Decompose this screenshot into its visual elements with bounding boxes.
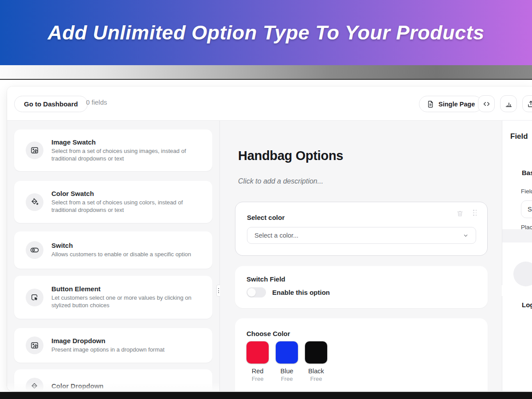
panel-section-divider	[502, 229, 532, 243]
basic-section-header: Basic	[522, 169, 532, 176]
switch-icon	[26, 241, 43, 259]
panel-toggle-circle[interactable]	[513, 262, 532, 286]
image-dropdown-icon	[26, 336, 43, 354]
metal-strip	[0, 65, 532, 79]
promo-banner: Add Unlimited Option Type To Your Produc…	[0, 0, 532, 65]
color-swatch-row: Red Free Blue Free Black Free	[246, 341, 327, 382]
drag-grip-icon[interactable]	[473, 210, 477, 216]
form-canvas: Handbag Options Click to add a descripti…	[220, 121, 502, 391]
settings-panel-title: Field	[510, 132, 528, 141]
logic-section-header: Logic	[522, 301, 532, 309]
screen: Add Unlimited Option Type To Your Produc…	[0, 0, 532, 399]
option-description: Allows customers to enable or disable a …	[51, 251, 201, 258]
red-swatch[interactable]	[246, 341, 269, 364]
fields-count: 0 fields	[86, 98, 107, 106]
option-title: Color Swatch	[51, 190, 201, 197]
field-label-input[interactable]: Select color	[521, 200, 532, 218]
option-title: Image Dropdown	[51, 337, 201, 344]
enable-option-toggle[interactable]	[246, 287, 266, 297]
swatch-name: Blue	[280, 368, 293, 375]
select-placeholder: Select a color...	[254, 232, 463, 239]
swatch-price: Free	[310, 376, 322, 382]
toolbar: Go to Dashboard 0 fields Single Page	[7, 86, 532, 121]
option-description: Select from a set of choices using color…	[51, 199, 201, 214]
single-page-button[interactable]: Single Page	[419, 96, 482, 112]
color-option-black[interactable]: Black Free	[305, 341, 327, 382]
form-description-placeholder[interactable]: Click to add a description...	[238, 177, 323, 185]
field-card-choose-color[interactable]: Choose Color Red Free Blue Free Black	[235, 318, 488, 391]
analytics-button[interactable]	[500, 95, 517, 112]
option-title: Image Swatch	[51, 138, 201, 146]
go-to-dashboard-button[interactable]: Go to Dashboard	[14, 96, 88, 112]
option-description: Let customers select one or more values …	[51, 294, 201, 309]
swatch-price: Free	[252, 376, 264, 382]
sidebar-item-switch[interactable]: Switch Allows customers to enable or dis…	[14, 231, 212, 269]
field-card-switch[interactable]: Switch Field Enable this option	[235, 266, 488, 308]
option-title: Color Dropdown	[51, 382, 201, 390]
image-swatch-icon	[26, 141, 43, 159]
field-label: Choose Color	[246, 330, 290, 337]
field-label-label: Field Label	[521, 188, 532, 195]
single-page-label: Single Page	[438, 101, 475, 108]
page-icon	[426, 100, 434, 108]
color-swatch-icon	[26, 193, 43, 211]
code-button[interactable]	[478, 95, 495, 112]
option-types-sidebar: Image Swatch Select from a set of choice…	[7, 121, 219, 391]
upload-icon	[527, 100, 532, 108]
field-label: Select color	[247, 214, 285, 221]
toggle-knob	[247, 288, 256, 297]
sidebar-item-image-swatch[interactable]: Image Swatch Select from a set of choice…	[14, 129, 212, 171]
black-swatch[interactable]	[305, 341, 327, 364]
app-window: Go to Dashboard 0 fields Single Page	[7, 86, 532, 391]
bottom-bar	[0, 392, 532, 399]
sidebar-item-color-dropdown[interactable]: Color Dropdown	[14, 369, 212, 391]
color-select-dropdown[interactable]: Select a color...	[247, 227, 476, 244]
field-settings-panel: Field Basic Field Label Select color Pla…	[502, 121, 532, 391]
option-title: Button Element	[51, 285, 201, 293]
color-option-blue[interactable]: Blue Free	[276, 341, 298, 382]
form-title[interactable]: Handbag Options	[238, 149, 343, 163]
go-to-dashboard-label: Go to Dashboard	[24, 100, 78, 108]
blue-swatch[interactable]	[276, 341, 298, 364]
swatch-price: Free	[281, 376, 293, 382]
banner-title: Add Unlimited Option Type To Your Produc…	[47, 21, 484, 44]
sidebar-item-color-swatch[interactable]: Color Swatch Select from a set of choice…	[14, 181, 212, 223]
swatch-name: Red	[252, 368, 264, 375]
sidebar-item-image-dropdown[interactable]: Image Dropdown Present image options in …	[14, 328, 212, 363]
code-icon	[482, 100, 491, 108]
publish-button[interactable]	[522, 95, 532, 112]
swatch-name: Black	[308, 368, 324, 375]
divider-line	[0, 79, 532, 80]
field-label: Switch Field	[246, 275, 286, 283]
option-title: Switch	[51, 242, 201, 249]
trash-icon[interactable]	[456, 210, 464, 217]
sidebar-item-button-element[interactable]: Button Element Let customers select one …	[14, 276, 212, 319]
toggle-label: Enable this option	[272, 289, 330, 296]
chevron-down-icon	[463, 233, 469, 239]
option-description: Present image options in a dropdown form…	[51, 346, 201, 354]
field-card-select-color[interactable]: Select color Select a color...	[235, 202, 488, 256]
color-option-red[interactable]: Red Free	[246, 341, 269, 382]
button-element-icon	[26, 289, 43, 306]
option-description: Select from a set of choices using image…	[51, 148, 201, 163]
color-dropdown-icon	[26, 378, 43, 391]
bar-chart-icon	[505, 100, 513, 108]
